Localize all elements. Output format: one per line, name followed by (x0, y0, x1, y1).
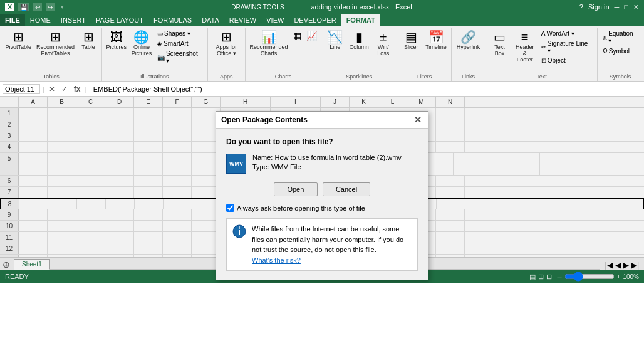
line-sparkline-icon: 📉 (327, 31, 343, 43)
screenshot-icon: 📷 (157, 54, 165, 61)
table-button[interactable]: ⊞ Table (78, 29, 99, 52)
file-title: adding video in excel.xlsx - Excel (311, 3, 412, 11)
screenshot-button[interactable]: 📷 Screenshot ▾ (155, 49, 205, 65)
slicer-icon: ▤ (405, 31, 417, 43)
textbox-button[interactable]: ▭ TextBox (489, 29, 511, 58)
tab-developer[interactable]: DEVELOPER (289, 14, 341, 26)
type-label: Type: (252, 163, 269, 171)
tab-file[interactable]: FILE (0, 14, 25, 26)
warning-text: While files from the Internet can be use… (252, 224, 412, 265)
formula-input[interactable] (89, 85, 641, 93)
winloss-sparkline-button[interactable]: ± Win/Loss (372, 29, 395, 58)
recommended-charts-button[interactable]: 📊 RecommendedCharts (248, 29, 290, 58)
textbox-icon: ▭ (494, 31, 506, 43)
always-ask-checkbox[interactable] (226, 204, 234, 212)
col-header-d[interactable]: D (105, 97, 134, 107)
quick-save-button[interactable]: 💾 (18, 3, 29, 11)
ribbon-group-apps: ⊞ Apps forOffice ▾ Apps (208, 28, 246, 81)
tables-label: Tables (43, 73, 60, 80)
text-group-content: ▭ TextBox ≡ Header& Footer A WordArt ▾ ✏… (489, 29, 595, 72)
dialog-titlebar: Open Package Contents ✕ (216, 112, 428, 129)
col-header-b[interactable]: B (48, 97, 76, 107)
open-button[interactable]: Open (274, 182, 318, 196)
timeline-icon: 📅 (428, 31, 444, 43)
symbol-button[interactable]: Ω Symbol (600, 46, 640, 56)
excel-logo: X (5, 3, 14, 11)
table-label: Table (81, 44, 95, 50)
wordart-icon: A (541, 30, 546, 37)
smartart-label: SmartArt (164, 40, 188, 47)
slicer-label: Slicer (404, 44, 418, 50)
col-header-l[interactable]: L (378, 97, 407, 107)
pivottable-button[interactable]: ⊞ PivotTable (4, 29, 34, 52)
dialog-close-button[interactable]: ✕ (413, 115, 423, 124)
quick-undo-button[interactable]: ↩ (33, 3, 42, 11)
object-button[interactable]: ⊡ Object (539, 56, 595, 65)
filters-label: Filters (417, 73, 432, 80)
wordart-button[interactable]: A WordArt ▾ (539, 29, 595, 38)
col-header-i[interactable]: I (271, 97, 321, 107)
apps-office-button[interactable]: ⊞ Apps forOffice ▾ (214, 29, 239, 58)
confirm-formula-icon[interactable]: ✓ (60, 84, 70, 94)
tab-view[interactable]: VIEW (261, 14, 289, 26)
col-header-h[interactable]: H (221, 97, 271, 107)
pictures-button[interactable]: 🖼 Pictures (105, 29, 128, 52)
col-header-f[interactable]: F (163, 97, 192, 107)
restore-btn[interactable]: □ (624, 3, 628, 11)
shapes-button[interactable]: ▭ Shapes ▾ (155, 29, 205, 38)
pivottable-icon: ⊞ (13, 31, 24, 43)
col-header-a[interactable]: A (19, 97, 48, 107)
cancel-formula-icon[interactable]: ✕ (47, 84, 57, 94)
equation-button[interactable]: π Equation ▾ (600, 29, 640, 45)
wordart-label: WordArt ▾ (546, 30, 574, 37)
hyperlink-button[interactable]: 🔗 Hyperlink (455, 29, 482, 52)
col-header-n[interactable]: N (436, 97, 465, 107)
tab-page-layout[interactable]: PAGE LAYOUT (91, 14, 148, 26)
smartart-button[interactable]: ◈ SmartArt (155, 39, 205, 48)
tab-insert[interactable]: INSERT (56, 14, 91, 26)
name-box[interactable] (3, 84, 40, 94)
whats-risk-link[interactable]: What's the risk? (252, 256, 301, 264)
tab-format[interactable]: FORMAT (341, 14, 380, 26)
charts-group-content: 📊 RecommendedCharts ▦ 📈 (248, 29, 319, 72)
column-sparkline-label: Column (350, 44, 369, 50)
col-header-j[interactable]: J (321, 97, 350, 107)
timeline-button[interactable]: 📅 Timeline (423, 29, 449, 52)
quick-redo-button[interactable]: ↪ (46, 3, 55, 11)
signature-line-button[interactable]: ✏ Signature Line ▾ (539, 39, 595, 55)
symbol-icon: Ω (603, 48, 607, 55)
tab-review[interactable]: REVIEW (224, 14, 261, 26)
text-right: A WordArt ▾ ✏ Signature Line ▾ ⊡ Object (539, 29, 595, 65)
tab-formulas[interactable]: FORMULAS (148, 14, 197, 26)
dialog-file-info: WMV Name: How to use formula in word tab… (226, 154, 418, 174)
cancel-button[interactable]: Cancel (323, 182, 370, 196)
header-footer-button[interactable]: ≡ Header& Footer (512, 29, 538, 65)
col-header-e[interactable]: E (134, 97, 163, 107)
col-header-g[interactable]: G (192, 97, 221, 107)
tab-data[interactable]: DATA (197, 14, 224, 26)
help-btn[interactable]: ? (579, 3, 583, 11)
file-details: Name: How to use formula in word table (… (252, 154, 402, 172)
file-icon-text: WMV (229, 161, 243, 167)
col-header-c[interactable]: C (76, 97, 105, 107)
line-sparkline-button[interactable]: 📉 Line (324, 29, 346, 52)
bar-chart-button[interactable]: ▦ (291, 29, 304, 43)
ribbon-tabs-row: FILE HOME INSERT PAGE LAYOUT FORMULAS DA… (0, 14, 644, 26)
online-pictures-button[interactable]: 🌐 OnlinePictures (130, 29, 153, 58)
tab-home[interactable]: HOME (25, 14, 56, 26)
sparklines-label: Sparklines (346, 73, 372, 80)
dialog-question: Do you want to open this file? (226, 137, 418, 146)
sheet-wrapper: 1 2 3 4 5 6 7 8 SL. 9 1 table.wmv (0, 108, 644, 283)
line-chart-button[interactable]: 📈 (304, 29, 319, 43)
recommended-pivottables-button[interactable]: ⊞ RecommendedPivotTables (34, 29, 76, 58)
minimize-btn[interactable]: ─ (615, 3, 620, 11)
insert-function-icon[interactable]: fx (72, 84, 83, 94)
column-sparkline-button[interactable]: ▮ Column (348, 29, 371, 52)
slicer-button[interactable]: ▤ Slicer (400, 29, 422, 52)
sign-in-btn[interactable]: Sign in (588, 3, 610, 11)
col-header-m[interactable]: M (407, 97, 436, 107)
col-header-k[interactable]: K (350, 97, 378, 107)
apps-group-content: ⊞ Apps forOffice ▾ (214, 29, 239, 72)
close-btn[interactable]: ✕ (633, 3, 639, 11)
apps-label: Apps (220, 73, 233, 80)
